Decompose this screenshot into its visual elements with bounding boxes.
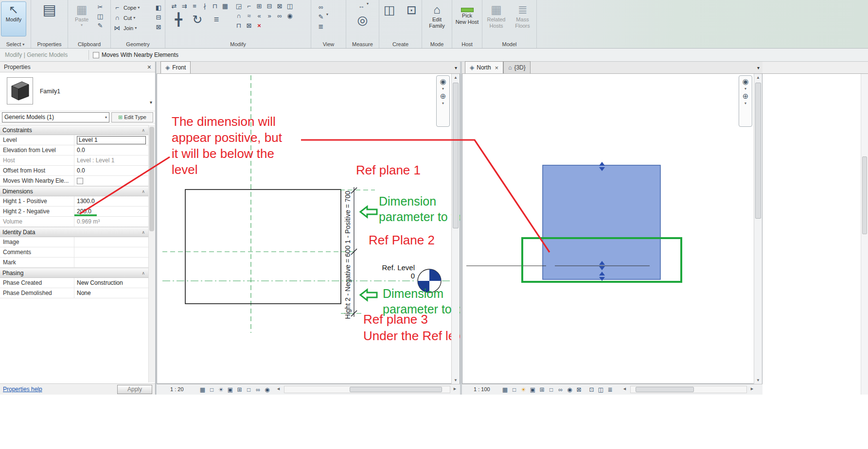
modify-tool-icon[interactable]: ∩ (234, 11, 244, 20)
properties-close-icon[interactable]: × (147, 63, 151, 71)
steering-wheel-icon[interactable]: ◉ (742, 78, 748, 86)
visual-style-icon[interactable]: □ (510, 386, 518, 394)
zoom-dropdown-icon[interactable]: ▾ (744, 102, 746, 105)
rotate-icon[interactable]: ↻ (188, 11, 207, 28)
unlock-view-icon[interactable]: ⊠ (575, 386, 583, 394)
modify-tool-icon[interactable]: ≈ (244, 11, 254, 20)
reveal-hidden-icon[interactable]: ◉ (566, 386, 574, 394)
wheel-dropdown-icon[interactable]: ▾ (442, 87, 444, 91)
hight1-value-field[interactable]: 1300.0 (74, 196, 148, 206)
modify-tool-icon[interactable]: ⊞ (254, 1, 264, 10)
modify-tool-icon[interactable]: ∞ (275, 11, 284, 20)
apply-button[interactable]: Apply (117, 385, 152, 394)
modify-tool-icon[interactable]: ⊠ (275, 1, 284, 10)
scroll-left-icon[interactable]: ◄ (276, 386, 281, 391)
extra-tool-icon[interactable]: ≣ (606, 386, 614, 394)
scroll-right-icon[interactable]: ► (453, 386, 457, 391)
delete-icon[interactable]: × (254, 21, 264, 30)
elevation-value-field[interactable]: 0.0 (74, 145, 148, 155)
measure-icon[interactable]: ↔ (356, 1, 366, 10)
modify-tool-icon[interactable]: ⇄ (169, 1, 179, 10)
modify-tool-icon[interactable]: ◲ (234, 1, 244, 10)
group-header-constraints[interactable]: Constraints ∧ (0, 125, 148, 135)
scroll-up-icon[interactable]: ▲ (452, 75, 460, 80)
scroll-right-icon[interactable]: ► (750, 386, 754, 391)
modify-button[interactable]: ↖ Modify (1, 1, 26, 36)
copy-icon[interactable]: ◫ (95, 12, 105, 20)
hide-isolate-icon[interactable]: ∞ (316, 2, 326, 11)
tab-front[interactable]: ◈ Front (160, 61, 191, 73)
cope-button[interactable]: ⌐ Cope ▾ (112, 2, 140, 13)
aligned-dimension-icon[interactable]: ◎ (354, 12, 372, 28)
match-type-icon[interactable]: ✎ (95, 21, 105, 30)
zoom-icon[interactable]: ⊕ (743, 92, 749, 100)
tab-list-chevron-icon[interactable]: ▾ (757, 65, 760, 70)
crop-view-icon[interactable]: ⊞ (538, 386, 546, 394)
move-icon[interactable]: ╋ (169, 11, 188, 28)
modify-tool-icon[interactable]: » (265, 11, 274, 20)
tab-list-chevron-icon[interactable]: ▾ (455, 65, 457, 70)
hight2-value-field[interactable]: 200.0 (74, 207, 148, 216)
tab-3d[interactable]: ⌂ {3D} (503, 61, 531, 73)
cut-button[interactable]: ∩ Cut ▾ (112, 13, 136, 23)
modify-tool-icon[interactable]: ⊟ (265, 1, 274, 10)
close-tab-icon[interactable]: × (494, 64, 499, 71)
temporary-hide-icon[interactable]: ∞ (254, 386, 262, 394)
crop-view-icon[interactable]: ⊞ (235, 386, 244, 394)
scroll-down-icon[interactable]: ▼ (452, 378, 460, 382)
zoom-icon[interactable]: ⊕ (440, 92, 446, 100)
modify-tool-icon[interactable]: ⇉ (179, 1, 189, 10)
override-graphics-icon[interactable]: ✎ (316, 12, 326, 21)
pin-icon[interactable]: ⊓ (234, 21, 244, 30)
phase-created-value-field[interactable]: New Construction (74, 278, 148, 288)
family-dropdown-icon[interactable]: ▾ (150, 100, 152, 105)
extra-tool-icon[interactable]: ◫ (597, 386, 605, 394)
scroll-up-icon[interactable]: ▲ (754, 75, 762, 80)
modify-tool-icon[interactable]: « (254, 11, 264, 20)
north-vscroll-thumb[interactable] (755, 83, 761, 219)
zoom-dropdown-icon[interactable]: ▾ (442, 102, 444, 105)
sun-path-icon[interactable]: ☀ (519, 386, 528, 394)
create-group-icon[interactable]: ◫ (380, 1, 399, 18)
properties-button[interactable]: ▤ (37, 1, 62, 36)
mass-floors-button[interactable]: ≣ Mass Floors (510, 1, 535, 36)
image-value-field[interactable] (74, 237, 148, 247)
phase-demolished-value-field[interactable]: None (74, 288, 148, 298)
related-hosts-button[interactable]: ▦ Related Hosts (484, 1, 509, 36)
type-selector[interactable]: Generic Models (1) ▾ (2, 112, 109, 122)
north-vertical-scrollbar[interactable]: ▲ ▼ (754, 74, 762, 384)
edit-type-button[interactable]: ⊞ Edit Type (111, 112, 153, 122)
panel-select-label[interactable]: Select ▾ (0, 41, 31, 47)
modify-tool-icon[interactable]: ≡ (190, 1, 199, 10)
group-header-identity-data[interactable]: Identity Data ∧ (0, 227, 148, 237)
modify-tool-icon[interactable]: ◫ (285, 1, 295, 10)
scroll-down-icon[interactable]: ▼ (754, 378, 762, 382)
extra-tool-icon[interactable]: ⊡ (587, 386, 596, 394)
detail-level-icon[interactable]: ▦ (198, 386, 207, 394)
show-crop-icon[interactable]: □ (245, 386, 253, 394)
north-horizontal-scrollbar[interactable] (630, 386, 747, 393)
group-header-dimensions[interactable]: Dimensions ∧ (0, 186, 148, 196)
reveal-hidden-icon[interactable]: ◉ (263, 386, 271, 394)
north-scale[interactable]: 1 : 100 (474, 386, 490, 392)
shadows-icon[interactable]: ▣ (226, 386, 234, 394)
pick-icon[interactable]: ⊠ (154, 22, 163, 31)
tab-north[interactable]: ◈ North × (465, 61, 503, 73)
properties-help-link[interactable]: Properties help (3, 386, 42, 393)
level-value-field[interactable]: Level 1 (77, 136, 146, 144)
north-hscroll-thumb[interactable] (636, 387, 694, 392)
dimension-label-lower[interactable]: Hight 2 - Negative = 600 (344, 234, 352, 331)
temporary-hide-icon[interactable]: ∞ (556, 386, 565, 394)
paste-button[interactable]: ▦ Paste ▾ (69, 1, 94, 36)
cut-to-clipboard-icon[interactable]: ✂ (95, 2, 105, 11)
moves-with-nearby-checkbox[interactable] (93, 52, 99, 58)
front-vertical-scrollbar[interactable]: ▲ ▼ (451, 74, 460, 384)
front-hscroll-thumb[interactable] (350, 387, 442, 392)
unpin-icon[interactable]: ⊠ (244, 21, 254, 30)
front-view-canvas[interactable]: The dimension will appear positive, but … (157, 74, 460, 384)
align-icon[interactable]: ≡ (207, 11, 226, 28)
detail-level-icon[interactable]: ▦ (501, 386, 509, 394)
wheel-dropdown-icon[interactable]: ▾ (744, 87, 746, 91)
modify-tool-icon[interactable]: ∤ (200, 1, 210, 10)
front-scale[interactable]: 1 : 20 (170, 386, 184, 392)
